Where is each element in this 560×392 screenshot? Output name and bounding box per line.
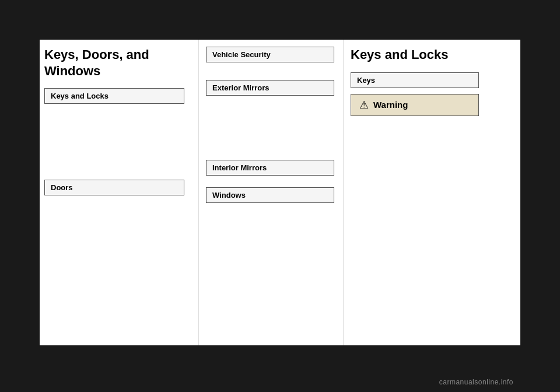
nav-keys-and-locks[interactable]: Keys and Locks — [44, 88, 184, 104]
warning-box[interactable]: ⚠ Warning — [351, 94, 479, 116]
right-section-title: Keys and Locks — [351, 47, 513, 63]
warning-icon: ⚠ — [359, 99, 369, 111]
mid-column: Vehicle Security Exterior Mirrors Interi… — [198, 40, 343, 345]
warning-label: Warning — [373, 100, 408, 110]
nav-exterior-mirrors[interactable]: Exterior Mirrors — [206, 80, 334, 96]
watermark: carmanualsonline.info — [439, 378, 513, 386]
nav-interior-mirrors[interactable]: Interior Mirrors — [206, 160, 334, 176]
page-title: Keys, Doors, and Windows — [44, 47, 191, 79]
nav-vehicle-security[interactable]: Vehicle Security — [206, 47, 334, 62]
nav-windows[interactable]: Windows — [206, 187, 334, 203]
nav-keys[interactable]: Keys — [351, 72, 479, 88]
right-column: Keys and Locks Keys ⚠ Warning — [343, 40, 520, 345]
nav-doors[interactable]: Doors — [44, 180, 184, 195]
left-column: Keys, Doors, and Windows Keys and Locks … — [40, 40, 198, 345]
